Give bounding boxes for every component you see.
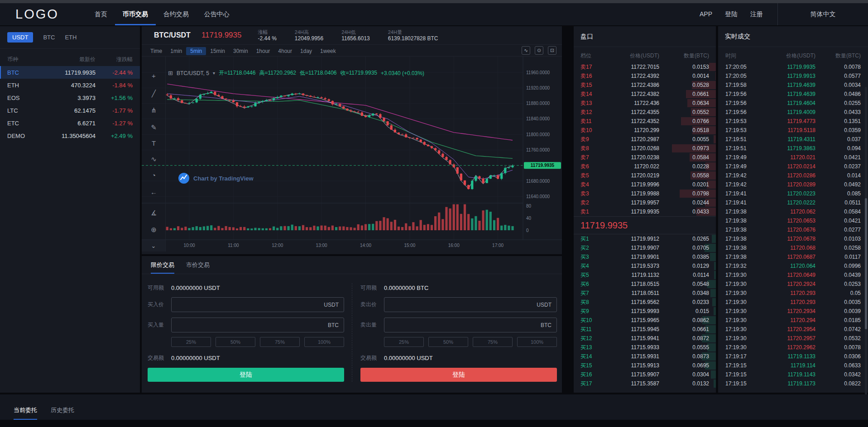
ask-row[interactable]: 卖611720.0220.0228 bbox=[574, 162, 716, 171]
percent-100-button[interactable]: 100% bbox=[304, 337, 344, 347]
bid-row[interactable]: 买1311715.99330.0555 bbox=[574, 343, 716, 352]
svg-text:11640.0000: 11640.0000 bbox=[526, 194, 550, 199]
bottom-tab-history-orders[interactable]: 历史委托 bbox=[51, 406, 74, 420]
percent-75-button[interactable]: 75% bbox=[260, 337, 300, 347]
bid-row[interactable]: 买911715.99930.015 bbox=[574, 307, 716, 316]
percent-75-button[interactable]: 75% bbox=[473, 337, 513, 347]
nav-register[interactable]: 注册 bbox=[750, 10, 763, 18]
ask-row[interactable]: 卖811720.02680.0973 bbox=[574, 144, 716, 153]
bid-row[interactable]: 买1011715.99650.0862 bbox=[574, 316, 716, 325]
buy-login-button[interactable]: 登陆 bbox=[148, 368, 344, 382]
ask-row[interactable]: 卖1511722.43860.0528 bbox=[574, 81, 716, 90]
bid-row[interactable]: 买1411715.99310.0873 bbox=[574, 352, 716, 361]
bid-row[interactable]: 买1511715.99130.0695 bbox=[574, 361, 716, 370]
bid-row[interactable]: 买511719.11320.0114 bbox=[574, 270, 716, 280]
forecast-icon[interactable]: ◔ bbox=[142, 172, 166, 179]
ask-row[interactable]: 卖511720.02190.0558 bbox=[574, 171, 716, 180]
ask-row[interactable]: 卖111719.99350.0433 bbox=[574, 207, 716, 216]
coin-row-demo[interactable]: DEMO11.35045604+2.49 % bbox=[0, 129, 140, 142]
bid-row[interactable]: 买1711715.35870.0132 bbox=[574, 379, 716, 388]
trades-scrollbar-thumb[interactable] bbox=[865, 198, 867, 329]
bid-row[interactable]: 买611718.05150.0548 bbox=[574, 280, 716, 289]
bid-row[interactable]: 买1611715.99070.0304 bbox=[574, 370, 716, 379]
indicator-icon[interactable]: ∿ bbox=[522, 46, 530, 55]
crosshair-icon[interactable]: + bbox=[142, 72, 166, 80]
nav-item-contract-trading[interactable]: 合约交易 bbox=[156, 3, 197, 25]
ask-row[interactable]: 卖211719.99570.0244 bbox=[574, 198, 716, 207]
trade-tab-limit[interactable]: 限价交易 bbox=[151, 261, 174, 274]
percent-100-button[interactable]: 100% bbox=[517, 337, 557, 347]
text-tool-icon[interactable]: T bbox=[142, 140, 166, 147]
ruler-icon[interactable]: ∡ bbox=[142, 209, 166, 217]
brush-icon[interactable]: ✎ bbox=[142, 124, 166, 131]
language-selector[interactable]: 简体中文 bbox=[777, 3, 868, 25]
timeframe-time[interactable]: Time bbox=[146, 47, 166, 55]
bid-row[interactable]: 买1111715.99450.0661 bbox=[574, 325, 716, 334]
sidebar-tab-eth[interactable]: ETH bbox=[65, 34, 77, 41]
nav-item-home[interactable]: 首页 bbox=[87, 3, 115, 25]
percent-25-button[interactable]: 25% bbox=[384, 337, 424, 347]
timeframe-4hour[interactable]: 4hour bbox=[274, 47, 296, 55]
coin-row-ltc[interactable]: LTC62.1475-1.77 % bbox=[0, 104, 140, 117]
settings-icon[interactable]: ⊙ bbox=[535, 46, 543, 55]
ask-row[interactable]: 卖1311722.4360.0634 bbox=[574, 99, 716, 108]
ask-row[interactable]: 卖1711722.70150.0153 bbox=[574, 62, 716, 71]
bid-row[interactable]: 买811716.95620.0233 bbox=[574, 298, 716, 307]
bid-row[interactable]: 买1211715.99410.0872 bbox=[574, 334, 716, 343]
nav-item-announcements[interactable]: 公告中心 bbox=[197, 3, 237, 25]
nav-login[interactable]: 登陆 bbox=[725, 10, 738, 18]
sidebar-tab-usdt[interactable]: USDT bbox=[7, 32, 33, 43]
ask-row[interactable]: 卖1011720.2990.0518 bbox=[574, 126, 716, 135]
ask-row[interactable]: 卖1111722.43520.0766 bbox=[574, 117, 716, 126]
buy-price-input[interactable] bbox=[172, 301, 324, 308]
coin-row-btc[interactable]: BTC11719.9935-2.44 % bbox=[0, 66, 140, 79]
legend-symbol[interactable]: BTC/USDT, 5 bbox=[177, 70, 209, 76]
sidebar-tab-btc[interactable]: BTC bbox=[43, 34, 55, 41]
bid-row[interactable]: 买311719.99010.0385 bbox=[574, 252, 716, 261]
trend-line-icon[interactable]: ╱ bbox=[142, 90, 166, 97]
sell-price-input[interactable] bbox=[384, 301, 537, 308]
ask-row[interactable]: 卖911720.29870.0055 bbox=[574, 135, 716, 144]
timeframe-15min[interactable]: 15min bbox=[206, 47, 229, 55]
timeframe-5min[interactable]: 5min bbox=[186, 47, 206, 55]
chevron-down-icon[interactable]: ▾ bbox=[213, 71, 215, 76]
logo[interactable]: LOGO bbox=[15, 7, 59, 22]
collapse-toolbar-icon[interactable]: ⌄ bbox=[142, 240, 166, 251]
bid-row[interactable]: 买411719.53730.0129 bbox=[574, 261, 716, 270]
timeframe-1week[interactable]: 1week bbox=[316, 47, 340, 55]
nav-app[interactable]: APP bbox=[700, 10, 712, 18]
coin-row-etc[interactable]: ETC6.6271-1.27 % bbox=[0, 117, 140, 129]
hide-drawings-icon[interactable]: ← bbox=[142, 189, 166, 196]
percent-50-button[interactable]: 50% bbox=[428, 337, 468, 347]
ask-row[interactable]: 卖311719.99880.0798 bbox=[574, 189, 716, 198]
sell-login-button[interactable]: 登陆 bbox=[360, 368, 557, 382]
ask-row[interactable]: 卖711720.02380.0584 bbox=[574, 153, 716, 162]
zoom-in-icon[interactable]: ⊕ bbox=[142, 226, 166, 233]
bottom-tab-open-orders[interactable]: 当前委托 bbox=[14, 406, 37, 420]
xabcd-pattern-icon[interactable]: ∿ bbox=[142, 156, 166, 163]
compare-symbol-icon[interactable]: ⊞ bbox=[168, 70, 173, 76]
ask-row[interactable]: 卖411719.99960.0201 bbox=[574, 180, 716, 189]
timeframe-30min[interactable]: 30min bbox=[229, 47, 252, 55]
pitchfork-icon[interactable]: ⋔ bbox=[142, 107, 166, 114]
candlestick-chart[interactable]: 11719.993510:0011:0012:0013:0014:0015:00… bbox=[142, 57, 562, 251]
percent-25-button[interactable]: 25% bbox=[171, 337, 211, 347]
ask-row[interactable]: 卖1411722.43820.0661 bbox=[574, 90, 716, 99]
coin-row-eos[interactable]: EOS3.3973+1.56 % bbox=[0, 91, 140, 104]
ask-row[interactable]: 卖1211722.43550.0552 bbox=[574, 108, 716, 117]
timeframe-1day[interactable]: 1day bbox=[296, 47, 316, 55]
trade-tab-market[interactable]: 市价交易 bbox=[186, 261, 210, 274]
bid-row[interactable]: 买111719.99120.0265 bbox=[574, 234, 716, 243]
bid-row[interactable]: 买711718.05110.0348 bbox=[574, 289, 716, 298]
timeframe-1min[interactable]: 1min bbox=[166, 47, 186, 55]
screenshot-icon[interactable]: ⊡ bbox=[548, 46, 556, 55]
sell-amount-input[interactable] bbox=[384, 322, 541, 328]
coin-row-eth[interactable]: ETH470.3224-1.84 % bbox=[0, 79, 140, 91]
percent-50-button[interactable]: 50% bbox=[216, 337, 255, 347]
bid-row[interactable]: 买211719.99070.0705 bbox=[574, 243, 716, 252]
ask-row[interactable]: 卖1611722.43920.0014 bbox=[574, 71, 716, 81]
nav-item-spot-trading[interactable]: 币币交易 bbox=[115, 3, 156, 25]
timeframe-1hour[interactable]: 1hour bbox=[252, 47, 274, 55]
buy-amount-input[interactable] bbox=[172, 322, 328, 328]
tradingview-attribution[interactable]: Chart by TradingView bbox=[178, 172, 254, 184]
